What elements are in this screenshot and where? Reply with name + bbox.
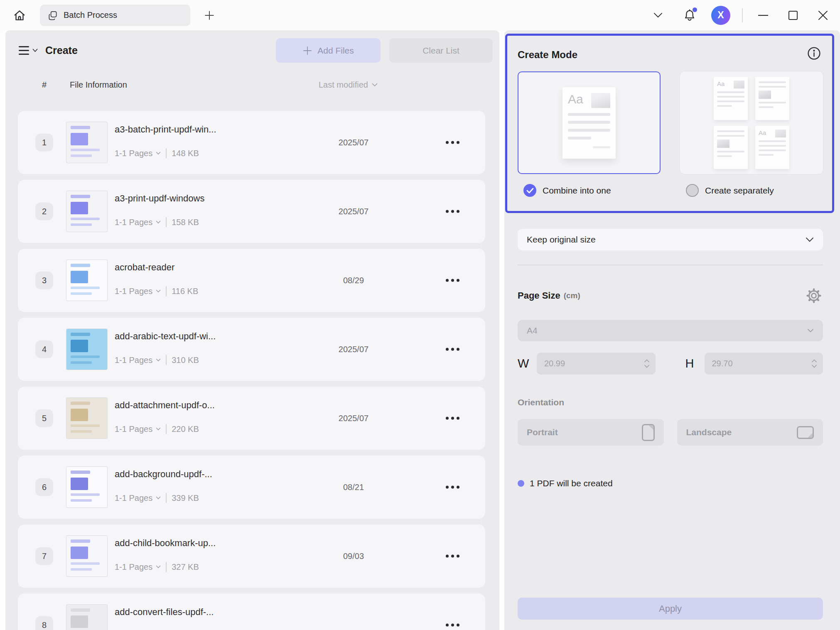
chevron-down-icon xyxy=(807,328,814,333)
minimize-button[interactable] xyxy=(754,6,773,25)
more-options-button[interactable] xyxy=(444,344,461,355)
close-button[interactable] xyxy=(813,6,833,25)
more-options-button[interactable] xyxy=(444,275,461,286)
tab-batch-process[interactable]: Batch Process xyxy=(40,5,190,26)
more-options-button[interactable] xyxy=(444,482,461,493)
page-range-value: 1-1 Pages xyxy=(115,218,152,227)
sort-last-modified[interactable]: Last modified xyxy=(319,80,378,90)
file-size: 116 KB xyxy=(172,287,198,296)
chevron-down-icon xyxy=(372,83,378,87)
file-modified-date: 2025/07 xyxy=(316,345,391,354)
width-input[interactable] xyxy=(544,359,586,368)
page-size-settings-button[interactable] xyxy=(805,287,823,305)
height-input[interactable] xyxy=(712,359,754,368)
more-options-button[interactable] xyxy=(444,620,461,630)
radio-combine-into-one[interactable]: Combine into one xyxy=(518,184,661,197)
page-range-dropdown[interactable]: 1-1 Pages xyxy=(115,424,161,434)
chevron-down-icon xyxy=(806,237,814,242)
more-options-button[interactable] xyxy=(444,206,461,217)
height-label: H xyxy=(685,357,700,370)
file-thumbnail xyxy=(66,122,107,163)
home-icon xyxy=(12,8,27,22)
status-text: 1 PDF will be created xyxy=(530,478,613,488)
page-range-dropdown[interactable]: 1-1 Pages xyxy=(115,493,161,503)
radio-label: Create separately xyxy=(705,186,774,196)
chevron-down-icon xyxy=(811,365,817,368)
file-name: add-attachment-updf-o... xyxy=(115,400,215,411)
notification-dot xyxy=(693,7,697,12)
portrait-button[interactable]: Portrait xyxy=(518,419,664,446)
meta-divider xyxy=(166,148,167,158)
width-stepper[interactable] xyxy=(644,359,650,368)
radio-label: Combine into one xyxy=(543,186,611,196)
paper-preset-dropdown[interactable]: A4 xyxy=(518,320,823,341)
document-illustration: Aa xyxy=(562,87,616,159)
file-index-badge: 4 xyxy=(35,341,53,358)
chevron-up-icon xyxy=(811,359,817,363)
file-modified-date: 2025/07 xyxy=(316,138,391,147)
file-name: add-convert-files-updf-... xyxy=(115,607,214,618)
page-range-dropdown[interactable]: 1-1 Pages xyxy=(115,287,161,296)
file-thumbnail xyxy=(66,536,107,576)
clear-list-button[interactable]: Clear List xyxy=(389,38,493,63)
chevron-down-icon xyxy=(156,427,161,431)
info-button[interactable] xyxy=(806,45,822,61)
meta-divider xyxy=(166,286,167,296)
landscape-button[interactable]: Landscape xyxy=(677,419,823,446)
tool-menu-button[interactable] xyxy=(19,46,38,55)
size-mode-dropdown[interactable]: Keep original size xyxy=(518,229,823,250)
file-thumbnail xyxy=(66,605,107,630)
list-column-header: # File Information Last modified xyxy=(5,78,499,94)
maximize-button[interactable] xyxy=(784,6,803,25)
notifications-button[interactable] xyxy=(680,6,699,25)
page-range-dropdown[interactable]: 1-1 Pages xyxy=(115,355,161,365)
chevron-down-icon xyxy=(156,289,161,293)
file-size: 339 KB xyxy=(172,493,199,503)
chevron-down-icon xyxy=(156,358,161,362)
file-size: 158 KB xyxy=(172,218,199,227)
mode-card-separate[interactable]: Aa xyxy=(680,71,823,174)
result-status: 1 PDF will be created xyxy=(518,478,823,488)
file-name: acrobat-reader xyxy=(115,262,174,273)
apply-button[interactable]: Apply xyxy=(518,598,823,620)
add-files-button[interactable]: Add Files xyxy=(276,38,381,63)
new-tab-button[interactable] xyxy=(201,7,218,24)
page-title: Create xyxy=(45,44,78,56)
file-size: 310 KB xyxy=(172,355,199,365)
column-last-modified-label: Last modified xyxy=(319,80,368,90)
height-field xyxy=(705,353,823,375)
file-meta: 1-1 Pages 220 KB xyxy=(115,424,199,434)
more-options-button[interactable] xyxy=(444,413,461,424)
collapse-toolbar-button[interactable] xyxy=(650,7,666,24)
settings-spacer xyxy=(518,488,823,598)
file-name: add-child-bookmark-up... xyxy=(115,538,216,549)
more-options-button[interactable] xyxy=(444,551,461,562)
page-range-dropdown[interactable]: 1-1 Pages xyxy=(115,562,161,572)
width-field xyxy=(537,353,656,375)
titlebar-divider xyxy=(742,8,743,22)
more-options-button[interactable] xyxy=(444,137,461,148)
radio-create-separately[interactable]: Create separately xyxy=(680,184,823,197)
file-name: add-background-updf-... xyxy=(115,469,212,480)
page-range-dropdown[interactable]: 1-1 Pages xyxy=(115,218,161,227)
height-stepper[interactable] xyxy=(811,359,817,368)
file-row: 4 add-arabic-text-updf-wi... 1-1 Pages 3… xyxy=(18,318,485,381)
page-range-value: 1-1 Pages xyxy=(115,562,152,572)
file-modified-date: 08/21 xyxy=(316,483,391,492)
portrait-page-icon xyxy=(642,424,655,441)
doc-image-placeholder xyxy=(591,93,610,108)
avatar[interactable]: X xyxy=(711,6,730,25)
landscape-page-icon xyxy=(797,426,814,439)
home-button[interactable] xyxy=(9,5,30,26)
chevron-down-icon xyxy=(32,49,38,52)
mode-cards: Aa Aa xyxy=(518,71,824,174)
file-index-badge: 6 xyxy=(35,478,53,496)
create-mode-section: Create Mode Aa xyxy=(505,34,834,213)
page-range-value: 1-1 Pages xyxy=(115,355,152,365)
doc-glyph: Aa xyxy=(568,93,583,105)
chevron-down-icon xyxy=(156,152,161,155)
mode-card-combine[interactable]: Aa xyxy=(518,71,661,174)
file-index-badge: 2 xyxy=(35,203,53,221)
mode-radio-row: Combine into one Create separately xyxy=(518,184,824,197)
page-range-dropdown[interactable]: 1-1 Pages xyxy=(115,149,161,158)
